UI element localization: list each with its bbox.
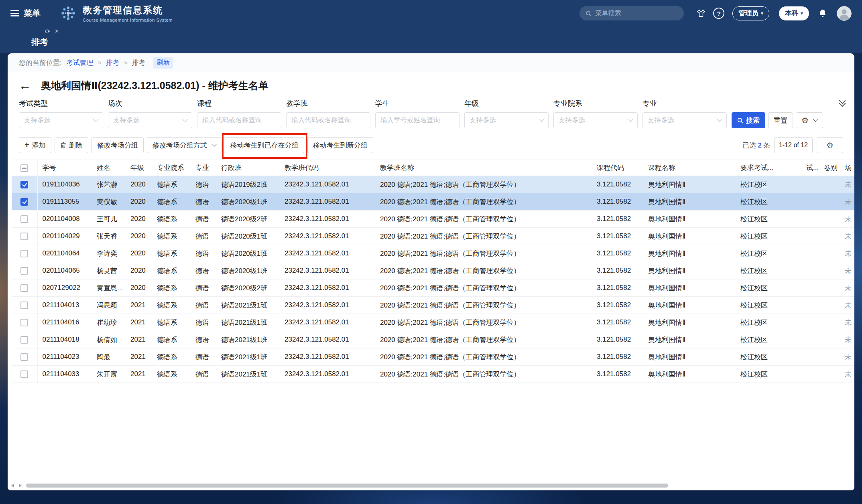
row-checkbox[interactable] bbox=[20, 181, 28, 188]
filter-field-1: 场次支持多选 bbox=[108, 99, 192, 128]
breadcrumb-item-paikao[interactable]: 排考 bbox=[106, 58, 120, 67]
help-icon[interactable]: ? bbox=[712, 6, 726, 20]
table-cell: 德语系 bbox=[152, 366, 191, 383]
filter-select-5[interactable]: 支持多选 bbox=[464, 112, 549, 128]
tab-refresh-icon[interactable]: ⟳ bbox=[45, 28, 50, 35]
table-row[interactable]: 0201104029张天睿2020德语系德语德语2020级1班23242.3.1… bbox=[12, 228, 854, 245]
row-checkbox[interactable] bbox=[20, 284, 28, 292]
table-cell: 2020 德语;2021 德语;德语（工商管理双学位） bbox=[375, 228, 592, 245]
chevron-down-icon bbox=[628, 116, 633, 122]
horizontal-scrollbar[interactable] bbox=[26, 484, 668, 488]
table-cell: 德语2021级1班 bbox=[216, 348, 280, 366]
row-checkbox[interactable] bbox=[20, 336, 28, 344]
bell-icon[interactable] bbox=[816, 6, 829, 20]
refresh-button[interactable]: 刷新 bbox=[153, 57, 173, 69]
theme-icon[interactable] bbox=[694, 6, 708, 20]
table-cell bbox=[819, 262, 840, 279]
row-checkbox[interactable] bbox=[20, 198, 28, 206]
table-cell: 德语 bbox=[191, 262, 216, 279]
table-row[interactable]: 0201104008王可儿2020德语系德语德语2020级2班23242.3.1… bbox=[12, 211, 854, 228]
column-header: 年级 bbox=[126, 160, 152, 176]
tab-close-icon[interactable]: × bbox=[55, 28, 58, 35]
row-checkbox[interactable] bbox=[20, 215, 28, 223]
table-cell: 松江校区 bbox=[736, 262, 801, 279]
table-cell: 2020 德语;2021 德语;德语（工商管理双学位） bbox=[375, 176, 592, 193]
row-checkbox[interactable] bbox=[20, 353, 28, 361]
breadcrumb-item-exam-management[interactable]: 考试管理 bbox=[66, 58, 94, 67]
table-cell: 德语 bbox=[191, 193, 216, 211]
scroll-left-icon[interactable] bbox=[9, 482, 16, 489]
modify-group-mode-button[interactable]: 修改考场分组方式 bbox=[147, 137, 222, 153]
table-row[interactable]: 0211104013冯思颖2021德语系德语德语2021级1班23242.3.1… bbox=[12, 297, 854, 314]
table-row[interactable]: 0207129022黄宣恩...2020德语系德语德语2020级2班23242.… bbox=[12, 279, 854, 297]
table-cell: 0191104036 bbox=[37, 176, 92, 193]
row-checkbox[interactable] bbox=[20, 319, 28, 326]
table-header-row: 学号姓名年级专业院系专业行政班教学班代码教学班名称课程代码课程名称要求考试...… bbox=[12, 160, 854, 176]
table-cell bbox=[801, 193, 819, 211]
menu-search-input[interactable]: 菜单搜索 bbox=[579, 6, 684, 20]
avatar[interactable] bbox=[837, 6, 852, 21]
filter-settings-button[interactable]: ⚙ bbox=[796, 112, 823, 128]
row-checkbox[interactable] bbox=[20, 370, 28, 378]
move-to-new-group-button[interactable]: 移动考生到新分组 bbox=[307, 137, 373, 153]
filter-select-6[interactable]: 支持多选 bbox=[553, 112, 638, 128]
pagination-box[interactable]: 1-12 of 12 bbox=[774, 137, 813, 153]
menu-label: 菜单 bbox=[24, 8, 41, 19]
select-all-checkbox[interactable] bbox=[20, 164, 28, 172]
filter-input-2[interactable]: 输入代码或名称查询 bbox=[197, 112, 281, 128]
delete-button[interactable]: 删除 bbox=[55, 137, 88, 153]
table-row[interactable]: 0201104064李诗奕2020德语系德语德语2020级1班23242.3.1… bbox=[12, 245, 854, 262]
filter-input-3[interactable]: 输入代码或名称查询 bbox=[286, 112, 370, 128]
table-row[interactable]: 0211104033朱开宸2021德语系德语德语2021级1班23242.3.1… bbox=[12, 366, 854, 383]
search-button[interactable]: 搜索 bbox=[732, 112, 765, 128]
row-checkbox[interactable] bbox=[20, 302, 28, 309]
row-checkbox[interactable] bbox=[20, 233, 28, 240]
level-dropdown[interactable]: 本科 ▾ bbox=[779, 6, 809, 20]
table-cell: 杨灵茜 bbox=[92, 262, 126, 279]
filter-select-7[interactable]: 支持多选 bbox=[642, 112, 727, 128]
table-cell: 2020 bbox=[126, 279, 152, 297]
row-checkbox[interactable] bbox=[20, 250, 28, 257]
filter-field-3: 教学班输入代码或名称查询 bbox=[286, 99, 370, 128]
top-header: 菜单 教务管理信息系统 Course Management Informatio… bbox=[0, 0, 862, 26]
role-dropdown[interactable]: 管理员 ▾ bbox=[732, 6, 769, 20]
table-row[interactable]: 0211104018杨倩如2021德语系德语德语2021级1班23242.3.1… bbox=[12, 331, 854, 348]
modify-group-button[interactable]: 修改考场分组 bbox=[91, 137, 144, 153]
reset-button[interactable]: 重置 bbox=[768, 112, 793, 128]
table-row[interactable]: 0191113055黄仪敏2020德语系德语德语2020级1班23242.3.1… bbox=[12, 193, 854, 211]
filter-input-4[interactable]: 输入学号或姓名查询 bbox=[375, 112, 459, 128]
column-header: 专业院系 bbox=[152, 160, 191, 176]
column-header: 学号 bbox=[37, 160, 92, 176]
table-cell: 德语系 bbox=[152, 348, 191, 366]
table-settings-button[interactable]: ⚙ bbox=[817, 137, 843, 153]
table-cell: 奥地利国情Ⅱ bbox=[643, 176, 736, 193]
selected-count-info: 已选2条 bbox=[742, 141, 770, 150]
placeholder-text: 输入代码或名称查询 bbox=[202, 116, 262, 125]
table-cell: 德语 bbox=[191, 228, 216, 245]
table-row[interactable]: 0211104023陶最2021德语系德语德语2021级1班23242.3.12… bbox=[12, 348, 854, 366]
chevron-down-icon: ▾ bbox=[761, 11, 763, 16]
table-cell: 松江校区 bbox=[736, 366, 801, 383]
table-cell: 德语系 bbox=[152, 245, 191, 262]
move-to-existing-group-button[interactable]: 移动考生到已存在分组 bbox=[225, 137, 304, 153]
table-cell: 0201104065 bbox=[37, 262, 92, 279]
table-cell: 2020 bbox=[126, 245, 152, 262]
scroll-right-icon[interactable] bbox=[17, 482, 24, 489]
table-cell bbox=[819, 331, 840, 348]
tab-paikao[interactable]: 排考 bbox=[31, 36, 48, 48]
table-cell: 3.121.0582 bbox=[592, 176, 643, 193]
filter-select-0[interactable]: 支持多选 bbox=[19, 112, 103, 128]
row-checkbox[interactable] bbox=[20, 267, 28, 275]
table-cell: 奥地利国情Ⅱ bbox=[643, 331, 736, 348]
table-row[interactable]: 0201104065杨灵茜2020德语系德语德语2020级1班23242.3.1… bbox=[12, 262, 854, 279]
menu-button[interactable]: 菜单 bbox=[10, 8, 41, 19]
table-cell: 2021 bbox=[126, 366, 152, 383]
add-button[interactable]: + 添加 bbox=[19, 137, 51, 153]
table-row[interactable]: 0211104016崔幼珍2021德语系德语德语2021级1班23242.3.1… bbox=[12, 314, 854, 331]
menu-icon bbox=[10, 10, 19, 16]
back-arrow-icon[interactable]: ← bbox=[19, 79, 31, 92]
table-row[interactable]: 0191104036张艺瀞2020德语系德语德语2019级2班23242.3.1… bbox=[12, 176, 854, 193]
table-cell: 松江校区 bbox=[736, 331, 801, 348]
filter-select-1[interactable]: 支持多选 bbox=[108, 112, 192, 128]
collapse-filters-icon[interactable] bbox=[840, 100, 845, 106]
